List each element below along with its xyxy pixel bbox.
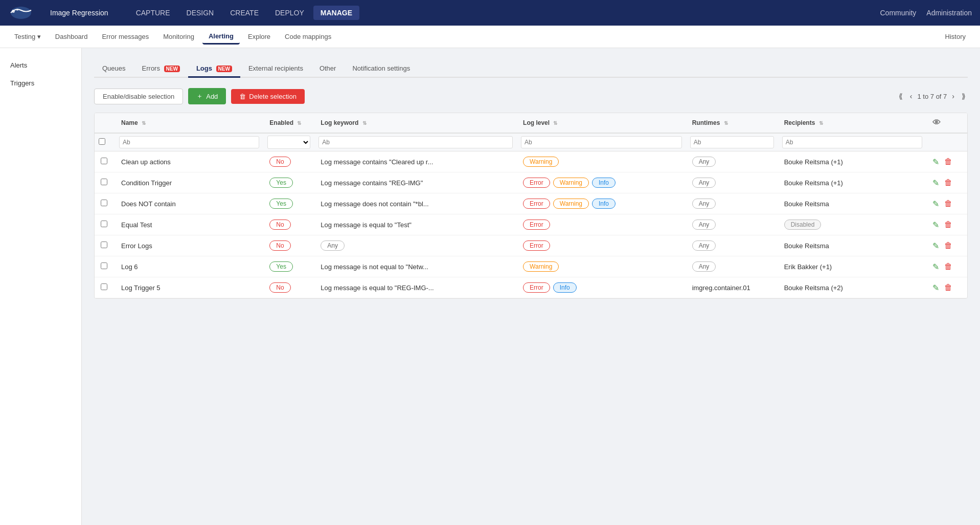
row5-log-levels: Error: [523, 240, 680, 251]
sub-error-messages[interactable]: Error messages: [96, 30, 155, 43]
row6-delete-icon[interactable]: 🗑: [944, 262, 952, 271]
row5-actions: ✎ 🗑: [926, 235, 967, 256]
sub-code-mappings[interactable]: Code mappings: [279, 30, 337, 43]
filter-log-level-input[interactable]: [521, 136, 682, 148]
row3-delete-icon[interactable]: 🗑: [944, 199, 952, 208]
svg-point-0: [11, 7, 31, 19]
row2-enabled: Yes: [263, 172, 314, 193]
row7-log-levels: Error Info: [523, 282, 680, 293]
row7-checkbox[interactable]: [101, 283, 107, 290]
nav-community[interactable]: Community: [880, 9, 917, 17]
pagination-text: 1 to 7 of 7: [918, 93, 947, 100]
nav-design[interactable]: DESIGN: [179, 6, 221, 20]
col-enabled-header[interactable]: Enabled ⇅: [263, 113, 314, 133]
table-row: Error Logs No Any Error Any Bouke Reitsm…: [95, 235, 967, 256]
table-row: Log 6 Yes Log message is not equal to "N…: [95, 256, 967, 277]
row4-log-levels: Error: [523, 220, 680, 230]
row1-enabled-pill: No: [269, 157, 290, 167]
col-recipients-header[interactable]: Recipients ⇅: [778, 113, 926, 133]
col-runtimes-header[interactable]: Runtimes ⇅: [686, 113, 778, 133]
row6-warning-pill: Warning: [523, 261, 559, 272]
pagination-first[interactable]: ⟪: [897, 91, 905, 101]
nav-create[interactable]: CREATE: [223, 6, 266, 20]
filter-enabled-select[interactable]: Yes No: [267, 136, 310, 149]
nav-manage[interactable]: MANAGE: [313, 6, 359, 20]
row1-actions: ✎ 🗑: [926, 151, 967, 172]
sidebar-item-triggers[interactable]: Triggers: [0, 74, 81, 92]
add-button[interactable]: ＋ Add: [188, 88, 226, 104]
row4-checkbox[interactable]: [101, 221, 107, 227]
sub-alerting[interactable]: Alerting: [202, 29, 240, 45]
row5-enabled: No: [263, 235, 314, 256]
row1-delete-icon[interactable]: 🗑: [944, 157, 952, 166]
app-logo[interactable]: [8, 5, 34, 20]
tab-notification-settings[interactable]: Notification settings: [344, 60, 418, 78]
row7-edit-icon[interactable]: ✎: [932, 283, 939, 293]
row2-error-pill: Error: [523, 178, 550, 188]
row2-delete-icon[interactable]: 🗑: [944, 178, 952, 187]
row1-edit-icon[interactable]: ✎: [932, 157, 939, 167]
row6-checkbox[interactable]: [101, 262, 107, 269]
table-row: Clean up actions No Log message contains…: [95, 151, 967, 172]
row6-name: Log 6: [115, 256, 263, 277]
svg-point-1: [12, 10, 15, 13]
toolbar: Enable/disable selection ＋ Add 🗑 Delete …: [94, 88, 968, 104]
row5-checkbox[interactable]: [101, 242, 107, 248]
row3-name: Does NOT contain: [115, 193, 263, 214]
enable-disable-button[interactable]: Enable/disable selection: [94, 89, 183, 104]
row4-delete-icon[interactable]: 🗑: [944, 220, 952, 229]
delete-selection-button[interactable]: 🗑 Delete selection: [231, 89, 305, 104]
col-actions-header: 👁: [926, 113, 967, 133]
filter-log-keyword-input[interactable]: [318, 136, 513, 148]
sidebar-item-alerts[interactable]: Alerts: [0, 56, 81, 74]
filter-runtimes-input[interactable]: [690, 136, 774, 148]
pagination-next[interactable]: ›: [950, 91, 956, 101]
row2-edit-icon[interactable]: ✎: [932, 178, 939, 188]
row1-log-levels: Warning: [523, 157, 680, 167]
pagination-prev[interactable]: ‹: [908, 91, 915, 101]
nav-deploy[interactable]: DEPLOY: [268, 6, 311, 20]
row3-edit-icon[interactable]: ✎: [932, 199, 939, 209]
row2-actions: ✎ 🗑: [926, 172, 967, 193]
sub-testing[interactable]: Testing ▾: [8, 30, 47, 43]
filter-recipients-input[interactable]: [782, 136, 922, 148]
errors-badge: NEW: [164, 65, 180, 72]
tab-external-recipients[interactable]: External recipients: [240, 60, 311, 78]
row4-runtimes-pill: Any: [692, 220, 716, 230]
history-button[interactable]: History: [939, 30, 972, 43]
row3-checkbox[interactable]: [101, 200, 107, 206]
tab-queues[interactable]: Queues: [94, 60, 134, 78]
sub-explore[interactable]: Explore: [242, 30, 277, 43]
nav-capture[interactable]: CAPTURE: [129, 6, 177, 20]
col-log-keyword-header[interactable]: Log keyword ⇅: [314, 113, 517, 133]
row2-runtimes: Any: [686, 172, 778, 193]
table-row: Log Trigger 5 No Log message is equal to…: [95, 277, 967, 298]
col-name-header[interactable]: Name ⇅: [115, 113, 263, 133]
row1-checkbox[interactable]: [101, 158, 107, 164]
row5-edit-icon[interactable]: ✎: [932, 241, 939, 251]
row2-checkbox[interactable]: [101, 179, 107, 185]
row7-delete-icon[interactable]: 🗑: [944, 283, 952, 292]
pagination-last[interactable]: ⟫: [960, 91, 968, 101]
row5-delete-icon[interactable]: 🗑: [944, 241, 952, 250]
row4-edit-icon[interactable]: ✎: [932, 220, 939, 230]
row6-edit-icon[interactable]: ✎: [932, 262, 939, 272]
tab-errors[interactable]: Errors NEW: [134, 60, 188, 78]
filter-name-input[interactable]: [119, 136, 259, 148]
tab-other[interactable]: Other: [311, 60, 345, 78]
row5-name: Error Logs: [115, 235, 263, 256]
sub-dashboard[interactable]: Dashboard: [49, 30, 94, 43]
row5-keyword-any-pill: Any: [321, 240, 345, 251]
tab-logs[interactable]: Logs NEW: [188, 60, 240, 78]
row5-log-keyword: Any: [314, 235, 517, 256]
select-all-checkbox[interactable]: [99, 138, 105, 145]
row4-enabled-pill: No: [269, 220, 290, 230]
eye-icon[interactable]: 👁: [932, 118, 941, 127]
filter-runtimes-cell: [686, 133, 778, 151]
col-log-level-header[interactable]: Log level ⇅: [517, 113, 686, 133]
plus-icon: ＋: [196, 92, 203, 101]
sub-monitoring[interactable]: Monitoring: [157, 30, 200, 43]
nav-items: CAPTURE DESIGN CREATE DEPLOY MANAGE: [129, 6, 880, 20]
row6-enabled: Yes: [263, 256, 314, 277]
nav-administration[interactable]: Administration: [926, 9, 972, 17]
